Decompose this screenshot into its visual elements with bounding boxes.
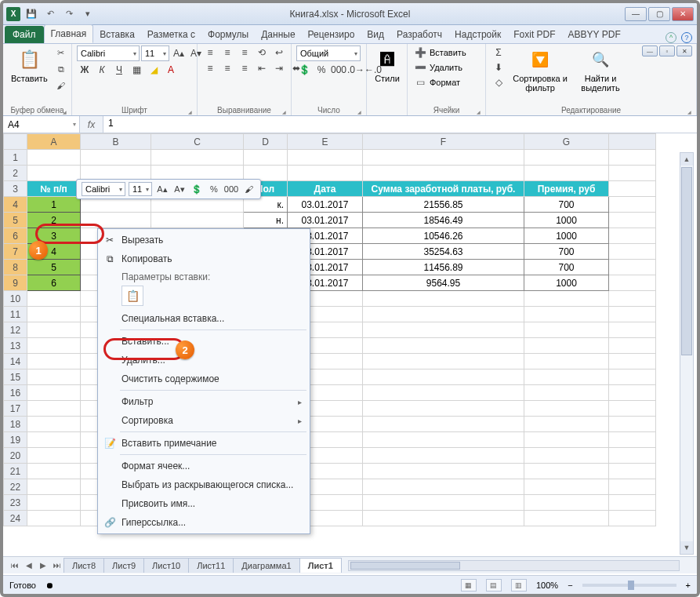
cell[interactable] — [27, 464, 81, 479]
cell[interactable] — [524, 385, 609, 401]
tab-formulas[interactable]: Формулы — [201, 26, 255, 43]
cell[interactable]: 18546.49 — [363, 213, 524, 228]
tab-nav-last-icon[interactable]: ⏭ — [50, 559, 64, 573]
cell[interactable]: 700 — [524, 244, 609, 260]
zoom-in-icon[interactable]: + — [686, 581, 691, 590]
cell[interactable] — [524, 495, 609, 511]
tab-abbyy[interactable]: ABBYY PDF — [562, 26, 627, 43]
cell[interactable] — [81, 150, 151, 166]
tab-nav-prev-icon[interactable]: ◀ — [22, 559, 36, 573]
align-right-icon[interactable]: ≡ — [237, 61, 252, 75]
row-header[interactable]: 7 — [4, 244, 27, 260]
cell[interactable] — [609, 338, 656, 354]
wrap-text-icon[interactable]: ↩ — [271, 46, 287, 60]
cell[interactable]: 1000 — [524, 275, 609, 291]
qat-more-icon[interactable]: ▾ — [80, 6, 96, 22]
sheet-tab-list11[interactable]: Лист11 — [188, 558, 234, 573]
cell[interactable] — [524, 479, 609, 495]
cell[interactable] — [27, 322, 81, 338]
cell[interactable] — [363, 479, 524, 495]
minimize-button[interactable]: — — [625, 7, 647, 21]
row-header[interactable]: 3 — [4, 181, 27, 197]
cell[interactable] — [363, 464, 524, 479]
cell[interactable]: 1000 — [524, 213, 609, 228]
col-header-a[interactable]: A — [27, 134, 81, 150]
cell[interactable] — [524, 464, 609, 479]
cell[interactable] — [363, 150, 524, 166]
page-layout-view-icon[interactable]: ▤ — [486, 579, 502, 592]
align-middle-icon[interactable]: ≡ — [219, 46, 235, 60]
cell[interactable] — [609, 385, 656, 401]
cells-delete-button[interactable]: ➖Удалить — [412, 60, 462, 75]
cm-copy[interactable]: ⧉Копировать — [100, 249, 308, 268]
cell[interactable] — [524, 369, 609, 385]
cell[interactable]: 03.01.2017 — [288, 197, 363, 213]
sheet-tab-list8[interactable]: Лист8 — [63, 558, 104, 573]
row-header[interactable]: 15 — [4, 369, 27, 385]
cell[interactable] — [27, 166, 81, 181]
number-format-combo[interactable]: Общий — [296, 46, 361, 61]
fill-color-icon[interactable]: ◢ — [146, 63, 161, 77]
cell[interactable] — [27, 385, 81, 401]
zoom-slider[interactable] — [582, 584, 676, 587]
cell[interactable]: 35254.63 — [363, 244, 524, 260]
cell[interactable] — [27, 448, 81, 464]
cell[interactable] — [151, 213, 244, 228]
cell[interactable] — [363, 354, 524, 369]
cm-comment[interactable]: 📝Вставить примечание — [100, 434, 308, 453]
row-header[interactable]: 17 — [4, 401, 27, 417]
minimize-ribbon-icon[interactable]: ^ — [666, 32, 676, 43]
cm-hyperlink[interactable]: 🔗Гиперссылка... — [100, 513, 308, 532]
scroll-down-icon[interactable]: ▼ — [680, 541, 693, 554]
tab-data[interactable]: Данные — [255, 26, 301, 43]
cell[interactable] — [27, 432, 81, 448]
col-header-b[interactable]: B — [81, 134, 151, 150]
align-top-icon[interactable]: ≡ — [202, 46, 218, 60]
cell[interactable] — [363, 166, 524, 181]
undo-icon[interactable]: ↶ — [42, 6, 58, 22]
comma-icon[interactable]: 000 — [331, 63, 346, 77]
cell[interactable] — [27, 307, 81, 322]
cell[interactable] — [524, 166, 609, 181]
cell[interactable] — [524, 322, 609, 338]
close-button[interactable]: ✕ — [672, 7, 694, 21]
sheet-tab-list10[interactable]: Лист10 — [143, 558, 189, 573]
scroll-up-icon[interactable]: ▲ — [680, 153, 693, 166]
cell[interactable]: 6 — [27, 275, 81, 291]
zoom-thumb[interactable] — [628, 581, 634, 590]
cell[interactable] — [363, 369, 524, 385]
row-header[interactable]: 11 — [4, 307, 27, 322]
redo-icon[interactable]: ↷ — [61, 6, 77, 22]
col-header-d[interactable]: D — [244, 134, 288, 150]
cell[interactable] — [524, 448, 609, 464]
cell[interactable] — [27, 479, 81, 495]
row-header[interactable]: 1 — [4, 150, 27, 166]
cm-format-cells[interactable]: Формат ячеек... — [100, 457, 308, 475]
tab-review[interactable]: Рецензиро — [302, 26, 361, 43]
cell[interactable] — [609, 495, 656, 511]
cell[interactable] — [363, 322, 524, 338]
mini-font-combo[interactable]: Calibri — [82, 182, 125, 196]
cm-define-name[interactable]: Присвоить имя... — [100, 494, 308, 513]
row-header[interactable]: 14 — [4, 354, 27, 369]
align-left-icon[interactable]: ≡ — [202, 61, 218, 75]
cell[interactable] — [363, 495, 524, 511]
row-header[interactable]: 13 — [4, 338, 27, 354]
table-header-cell[interactable]: Сумма заработной платы, руб. — [363, 181, 524, 197]
tab-foxit[interactable]: Foxit PDF — [507, 26, 561, 43]
tab-nav-first-icon[interactable]: ⏮ — [8, 559, 22, 573]
cell[interactable]: 5 — [27, 260, 81, 275]
cell[interactable]: 21556.85 — [363, 197, 524, 213]
save-icon[interactable]: 💾 — [24, 6, 39, 22]
tab-view[interactable]: Вид — [361, 26, 390, 43]
cm-clear[interactable]: Очистить содержимое — [100, 369, 308, 388]
cell[interactable]: 700 — [524, 260, 609, 275]
mini-grow-font-icon[interactable]: A▴ — [155, 183, 169, 195]
row-header[interactable]: 8 — [4, 260, 27, 275]
table-header-cell[interactable]: Премия, руб — [524, 181, 609, 197]
cell[interactable] — [27, 338, 81, 354]
col-header-f[interactable]: F — [363, 134, 524, 150]
cell[interactable] — [609, 417, 656, 432]
col-header-g[interactable]: G — [524, 134, 609, 150]
cell[interactable] — [363, 307, 524, 322]
